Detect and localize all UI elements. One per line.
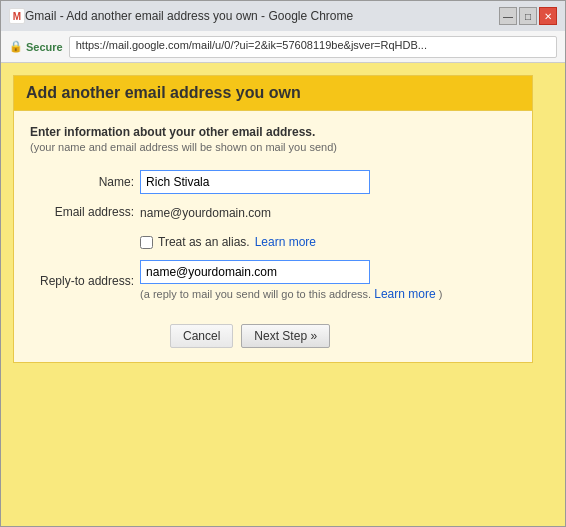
secure-label: Secure bbox=[26, 41, 63, 53]
alias-checkbox[interactable] bbox=[140, 236, 153, 249]
email-row: Email address: name@yourdomain.com bbox=[40, 197, 442, 227]
reply-learn-more-link[interactable]: Learn more bbox=[374, 287, 435, 301]
lock-icon: 🔒 bbox=[9, 40, 23, 53]
reply-row: Reply-to address: (a reply to mail you s… bbox=[40, 257, 442, 304]
secure-badge: 🔒 Secure bbox=[9, 40, 63, 53]
app-icon: M bbox=[9, 8, 25, 24]
button-row: Cancel Next Step » bbox=[170, 324, 516, 348]
reply-note: (a reply to mail you send will go to thi… bbox=[140, 287, 442, 301]
alias-row: Treat as an alias. Learn more bbox=[40, 227, 442, 257]
dialog-box: Add another email address you own Enter … bbox=[13, 75, 533, 363]
name-input[interactable] bbox=[140, 170, 370, 194]
reply-note-text: (a reply to mail you send will go to thi… bbox=[140, 288, 371, 300]
cancel-button[interactable]: Cancel bbox=[170, 324, 233, 348]
title-bar: M Gmail - Add another email address you … bbox=[1, 1, 565, 31]
window-controls: — □ ✕ bbox=[499, 7, 557, 25]
next-step-button[interactable]: Next Step » bbox=[241, 324, 330, 348]
dialog-body: Enter information about your other email… bbox=[14, 111, 532, 362]
alias-learn-more-link[interactable]: Learn more bbox=[255, 235, 316, 249]
email-value-cell: name@yourdomain.com bbox=[140, 197, 442, 227]
minimize-button[interactable]: — bbox=[499, 7, 517, 25]
alias-label-cell bbox=[40, 227, 140, 257]
email-static-text: name@yourdomain.com bbox=[140, 206, 271, 220]
reply-input[interactable] bbox=[140, 260, 370, 284]
dialog-title: Add another email address you own bbox=[26, 84, 520, 102]
email-label: Email address: bbox=[40, 197, 140, 227]
reply-note-close: ) bbox=[439, 288, 443, 300]
alias-row-container: Treat as an alias. Learn more bbox=[140, 235, 442, 249]
name-row: Name: bbox=[40, 167, 442, 197]
form-table: Name: Email address: name@yourdomain.com bbox=[40, 167, 442, 304]
dialog-header: Add another email address you own bbox=[14, 76, 532, 111]
name-label: Name: bbox=[40, 167, 140, 197]
url-bar[interactable]: https://mail.google.com/mail/u/0/?ui=2&i… bbox=[69, 36, 557, 58]
reply-value-cell: (a reply to mail you send will go to thi… bbox=[140, 257, 442, 304]
name-value-cell bbox=[140, 167, 442, 197]
window-title: Gmail - Add another email address you ow… bbox=[25, 9, 491, 23]
address-bar: 🔒 Secure https://mail.google.com/mail/u/… bbox=[1, 31, 565, 63]
alias-value-cell: Treat as an alias. Learn more bbox=[140, 227, 442, 257]
alias-label: Treat as an alias. bbox=[158, 235, 250, 249]
maximize-button[interactable]: □ bbox=[519, 7, 537, 25]
close-button[interactable]: ✕ bbox=[539, 7, 557, 25]
page-content: Add another email address you own Enter … bbox=[1, 63, 565, 526]
reply-label: Reply-to address: bbox=[40, 257, 140, 304]
dialog-subtitle-note: (your name and email address will be sho… bbox=[30, 141, 516, 153]
chrome-window: M Gmail - Add another email address you … bbox=[0, 0, 566, 527]
dialog-subtitle: Enter information about your other email… bbox=[30, 125, 516, 139]
